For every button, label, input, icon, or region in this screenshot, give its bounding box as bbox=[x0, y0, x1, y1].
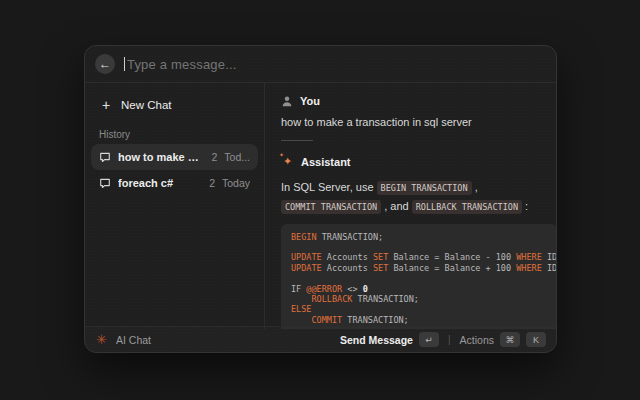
new-chat-label: New Chat bbox=[121, 99, 172, 111]
message-input[interactable]: Type a message... bbox=[127, 57, 237, 72]
status-bar: ✳ AI Chat Send Message ↵ | Actions ⌘ K bbox=[85, 326, 556, 352]
inline-code-chip: BEGIN TRANSACTION bbox=[377, 181, 472, 195]
history-item-date: Tod... bbox=[224, 151, 250, 163]
send-message-button[interactable]: Send Message bbox=[340, 334, 413, 346]
sparkle-icon: ✦✦ bbox=[281, 155, 294, 168]
history-item-title: foreach c# bbox=[118, 177, 202, 189]
history-item-count: 2 bbox=[211, 151, 217, 163]
chat-bubble-icon bbox=[99, 151, 111, 163]
inline-code-chip: COMMIT TRANSACTION bbox=[281, 200, 381, 214]
inline-code-chip: ROLLBACK TRANSACTION bbox=[412, 200, 522, 214]
sidebar: + New Chat History how to make a transa.… bbox=[85, 83, 265, 329]
return-key-badge[interactable]: ↵ bbox=[419, 332, 439, 347]
assistant-message-header: ✦✦ Assistant bbox=[281, 155, 547, 168]
paragraph-text: , bbox=[472, 181, 478, 193]
back-button[interactable]: ← bbox=[95, 54, 115, 74]
chat-pane: You how to make a transaction in sql ser… bbox=[265, 83, 556, 329]
paragraph-text: , and bbox=[381, 200, 412, 212]
assistant-label: Assistant bbox=[301, 156, 351, 168]
code-line: ROLLBACK TRANSACTION; bbox=[291, 294, 547, 304]
history-section-label: History bbox=[91, 119, 258, 144]
new-chat-button[interactable]: + New Chat bbox=[91, 91, 258, 119]
paragraph-text: : bbox=[522, 200, 528, 212]
code-line: ELSE bbox=[291, 304, 547, 314]
desktop-background: ← Type a message... + New Chat History bbox=[0, 0, 640, 400]
raycast-logo-icon: ✳ bbox=[95, 333, 108, 346]
code-line: UPDATE Accounts SET Balance = Balance + … bbox=[291, 263, 547, 273]
back-arrow-icon: ← bbox=[99, 58, 111, 70]
main-area: + New Chat History how to make a transa.… bbox=[85, 83, 556, 329]
user-message-text: how to make a transaction in sql server bbox=[281, 116, 547, 128]
history-item-title: how to make a transa... bbox=[118, 151, 204, 163]
user-label: You bbox=[300, 95, 320, 107]
history-item-sql-transaction[interactable]: how to make a transa... 2 Tod... bbox=[91, 144, 258, 170]
user-avatar-icon bbox=[281, 95, 293, 107]
sql-code-block[interactable]: BEGIN TRANSACTION; UPDATE Accounts SET B… bbox=[281, 224, 556, 330]
cmd-key-badge[interactable]: ⌘ bbox=[500, 332, 520, 347]
assistant-intro-paragraph: In SQL Server, use BEGIN TRANSACTION , C… bbox=[281, 178, 547, 217]
text-caret bbox=[124, 57, 125, 71]
message-divider bbox=[281, 140, 313, 141]
actions-button[interactable]: Actions bbox=[460, 334, 494, 346]
footer-actions: Send Message ↵ | Actions ⌘ K bbox=[340, 332, 546, 347]
message-input-bar: ← Type a message... bbox=[85, 46, 556, 83]
footer-separator: | bbox=[448, 334, 451, 345]
code-line: IF @@ERROR <> 0 bbox=[291, 284, 547, 294]
history-item-foreach[interactable]: foreach c# 2 Today bbox=[91, 170, 258, 196]
chat-bubble-icon bbox=[99, 177, 111, 189]
k-key-badge[interactable]: K bbox=[526, 332, 546, 347]
paragraph-text: In SQL Server, use bbox=[281, 181, 377, 193]
history-item-count: 2 bbox=[209, 177, 215, 189]
plus-icon: + bbox=[99, 97, 113, 113]
user-message-header: You bbox=[281, 95, 547, 107]
code-line bbox=[291, 273, 547, 283]
ai-chat-window: ← Type a message... + New Chat History bbox=[84, 45, 557, 353]
code-line: COMMIT TRANSACTION; bbox=[291, 315, 547, 325]
code-line: BEGIN TRANSACTION; bbox=[291, 232, 547, 242]
code-line bbox=[291, 242, 547, 252]
code-line: UPDATE Accounts SET Balance = Balance - … bbox=[291, 252, 547, 262]
history-item-date: Today bbox=[222, 177, 250, 189]
app-name: AI Chat bbox=[116, 334, 151, 346]
